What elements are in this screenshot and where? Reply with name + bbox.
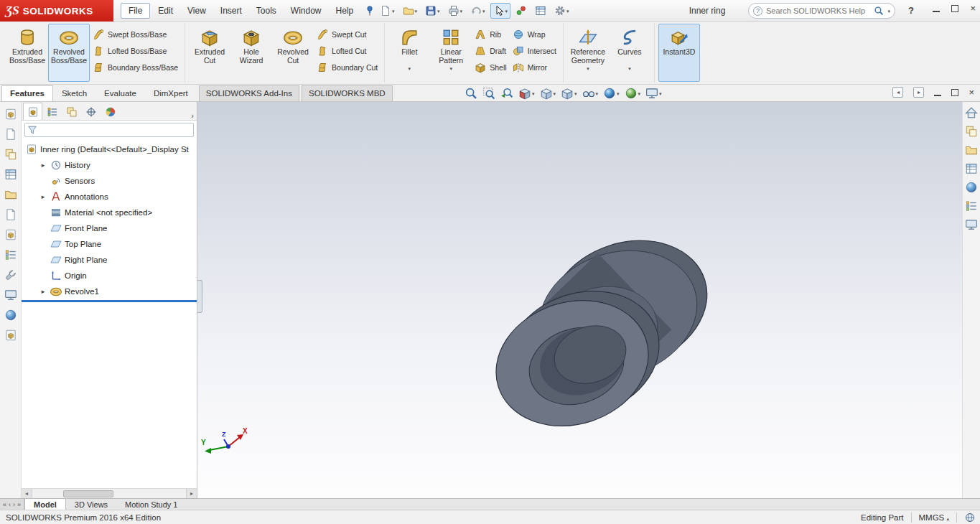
document-minimize-button[interactable] xyxy=(934,89,941,96)
menu-file[interactable]: File xyxy=(121,3,150,19)
options-button[interactable]: ▾ xyxy=(551,3,572,19)
expand-tabs-chevron-icon[interactable]: › xyxy=(191,111,194,120)
linear-pattern-button[interactable]: Linear Pattern▾ xyxy=(430,24,472,82)
custom-properties-panel-icon[interactable] xyxy=(965,200,978,212)
draft-button[interactable]: Draft xyxy=(472,45,509,57)
appearances-scenes-icon[interactable] xyxy=(4,168,17,181)
previous-document-button[interactable]: ◂ xyxy=(892,87,903,98)
graphics-viewport[interactable]: Y X Z xyxy=(197,102,962,498)
help-button[interactable]: ? xyxy=(908,5,914,16)
undo-button[interactable]: ▾ xyxy=(467,3,488,19)
next-document-button[interactable]: ▸ xyxy=(913,87,924,98)
reference-geometry-button[interactable]: Reference Geometry▾ xyxy=(567,24,609,82)
search-input[interactable] xyxy=(766,6,870,15)
tab-dimxpert-manager[interactable] xyxy=(81,103,101,120)
hole-wizard-button[interactable]: Hole Wizard xyxy=(230,24,272,82)
zoom-to-fit-button[interactable] xyxy=(463,86,479,100)
boundary-boss-base-button[interactable]: Boundary Boss/Base xyxy=(90,61,181,74)
display-style-button[interactable]: ▾ xyxy=(559,86,579,100)
menu-window[interactable]: Window xyxy=(284,3,328,19)
previous-view-button[interactable] xyxy=(499,86,515,100)
model-canvas[interactable]: Y X Z xyxy=(197,102,962,498)
chevron-down-icon[interactable]: ▾ xyxy=(450,66,453,71)
panel-splitter-handle[interactable] xyxy=(197,280,202,313)
tab-featuremanager-tree[interactable] xyxy=(23,103,42,120)
revolved-cut-button[interactable]: Revolved Cut xyxy=(272,24,314,82)
menu-edit[interactable]: Edit xyxy=(151,3,179,19)
lofted-cut-button[interactable]: Lofted Cut xyxy=(314,45,381,57)
scroll-right-arrow-icon[interactable]: ▸ xyxy=(186,489,197,498)
edit-appearance-button[interactable]: ▾ xyxy=(602,86,621,100)
chevron-down-icon[interactable]: ▾ xyxy=(596,91,599,96)
file-properties-button[interactable] xyxy=(532,3,549,19)
menu-insert[interactable]: Insert xyxy=(214,3,248,19)
extruded-boss-base-button[interactable]: Extruded Boss/Base xyxy=(6,24,48,82)
chevron-down-icon[interactable]: ▾ xyxy=(638,91,641,96)
view-orientation-button[interactable]: ▾ xyxy=(538,86,558,100)
tree-item-origin[interactable]: Origin xyxy=(22,268,197,284)
next-tab-arrow-icon[interactable]: › xyxy=(13,501,15,508)
forum-icon[interactable] xyxy=(4,208,17,221)
rib-button[interactable]: Rib xyxy=(472,28,509,41)
new-document-button[interactable]: ▾ xyxy=(377,3,398,19)
curves-button[interactable]: Curves▾ xyxy=(609,24,650,82)
appearance-ball-icon[interactable] xyxy=(4,309,17,322)
appearances-sphere-icon[interactable] xyxy=(965,181,978,194)
tab-evaluate[interactable]: Evaluate xyxy=(95,85,145,101)
hide-show-items-button[interactable]: ▾ xyxy=(581,86,600,100)
tree-horizontal-scrollbar[interactable]: ◂ ▸ xyxy=(22,488,197,498)
chevron-down-icon[interactable]: ▾ xyxy=(574,91,577,96)
units-dropdown[interactable]: MMGS ▴ xyxy=(919,513,950,522)
revolved-boss-base-button[interactable]: Revolved Boss/Base xyxy=(48,24,90,82)
extruded-cut-button[interactable]: Extruded Cut xyxy=(189,24,230,82)
tree-filter-box[interactable] xyxy=(24,123,194,137)
restore-button[interactable] xyxy=(951,5,958,12)
tree-item-front-plane[interactable]: Front Plane xyxy=(22,220,197,236)
design-library-icon[interactable] xyxy=(4,108,17,121)
resources-panel-icon[interactable] xyxy=(965,125,978,138)
display-panel-icon[interactable] xyxy=(4,289,17,301)
scroll-left-arrow-icon[interactable]: ◂ xyxy=(22,489,32,498)
expand-arrow-icon[interactable]: ▸ xyxy=(39,162,47,169)
swept-cut-button[interactable]: Swept Cut xyxy=(314,28,381,41)
tree-item-annotations[interactable]: ▸ Annotations xyxy=(22,189,197,205)
pin-icon[interactable] xyxy=(364,5,375,17)
shell-button[interactable]: Shell xyxy=(472,61,509,74)
lofted-boss-base-button[interactable]: Lofted Boss/Base xyxy=(90,45,181,57)
list-panel-icon[interactable] xyxy=(4,248,17,261)
chevron-down-icon[interactable]: ▾ xyxy=(659,91,662,96)
tree-item-right-plane[interactable]: Right Plane xyxy=(22,252,197,268)
menu-help[interactable]: Help xyxy=(330,3,360,19)
chevron-down-icon[interactable]: ▾ xyxy=(617,91,620,96)
tab-display-manager[interactable] xyxy=(101,103,120,120)
tab-dimxpert[interactable]: DimXpert xyxy=(145,85,197,101)
expand-arrow-icon[interactable]: ▸ xyxy=(39,288,47,295)
tab-3d-views[interactable]: 3D Views xyxy=(66,499,116,510)
file-explorer-icon[interactable] xyxy=(4,128,17,141)
tab-features[interactable]: Features xyxy=(1,85,53,101)
mirror-button[interactable]: Mirror xyxy=(510,61,559,74)
first-tab-arrow-icon[interactable]: « xyxy=(3,501,6,508)
design-library-folder-icon[interactable] xyxy=(965,144,978,156)
chevron-down-icon[interactable]: ▾ xyxy=(587,66,589,71)
intersect-button[interactable]: Intersect xyxy=(510,45,559,57)
tree-item-material[interactable]: Material <not specified> xyxy=(22,205,197,220)
save-button[interactable]: ▾ xyxy=(422,3,443,19)
document-manager-icon[interactable] xyxy=(4,228,17,241)
search-icon[interactable] xyxy=(874,6,884,16)
tree-item-history[interactable]: ▸ History xyxy=(22,157,197,173)
tree-item-top-plane[interactable]: Top Plane xyxy=(22,236,197,252)
close-button[interactable]: × xyxy=(970,5,976,12)
part-document-icon[interactable] xyxy=(4,329,17,342)
select-tool-button[interactable]: ▾ xyxy=(490,3,511,19)
chevron-down-icon[interactable]: ▾ xyxy=(554,91,556,96)
tools-panel-icon[interactable] xyxy=(4,268,17,281)
custom-properties-icon[interactable] xyxy=(4,188,17,201)
last-tab-arrow-icon[interactable]: » xyxy=(17,501,21,508)
tab-solidworks-mbd[interactable]: SOLIDWORKS MBD xyxy=(302,85,393,101)
view-palette-icon[interactable] xyxy=(4,148,17,161)
globe-icon[interactable] xyxy=(964,512,976,523)
previous-tab-arrow-icon[interactable]: ‹ xyxy=(9,501,11,508)
apply-scene-button[interactable]: ▾ xyxy=(623,86,643,100)
tab-property-manager[interactable] xyxy=(42,103,62,120)
